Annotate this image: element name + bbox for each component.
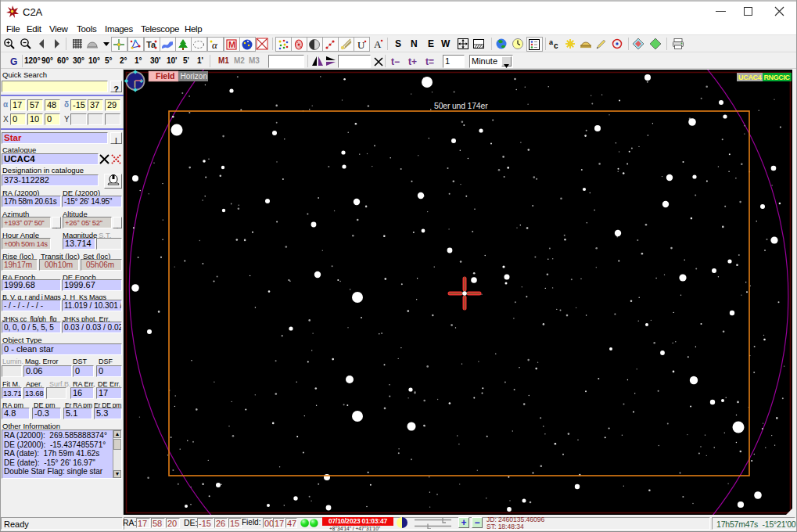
svg-text:U: U (357, 39, 365, 51)
svg-text:RNGCIC: RNGCIC (764, 74, 791, 81)
svg-text:A: A (374, 38, 382, 50)
svg-text:UCAC4: UCAC4 (738, 74, 762, 81)
svg-text:c: c (554, 41, 558, 50)
svg-text:Field: Field (156, 71, 175, 81)
svg-text:M: M (228, 40, 235, 49)
svg-text:α: α (212, 39, 218, 51)
svg-text:50er und 174er: 50er und 174er (434, 101, 488, 110)
svg-text:Horizon: Horizon (181, 72, 207, 81)
